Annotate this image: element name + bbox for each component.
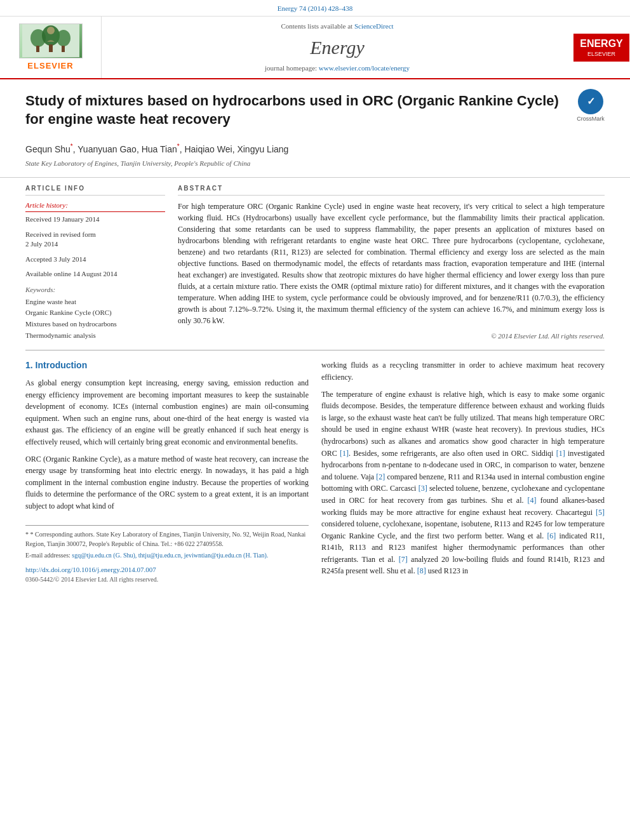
svg-rect-5 (49, 44, 53, 52)
email-links[interactable]: sgq@tju.edu.cn (G. Shu), thtju@tju.edu.c… (72, 552, 268, 559)
journal-title-area: Contents lists available at ScienceDirec… (102, 17, 573, 78)
affiliation-text: State Key Laboratory of Engines, Tianjin… (25, 159, 605, 168)
star-symbol: * (25, 531, 29, 538)
revised-value: Received in revised form2 July 2014 (25, 230, 165, 250)
intro-right-para-1: working fluids as a recycling transmitte… (321, 359, 605, 383)
abstract-header: ABSTRACT (178, 184, 605, 196)
ref-8[interactable]: [8] (417, 566, 426, 575)
crossmark-badge: ✓ CrossMark (577, 89, 605, 117)
authors-line: Gequn Shu*, Yuanyuan Gao, Hua Tian*, Hai… (25, 142, 605, 156)
intro-section-title: 1. Introduction (25, 359, 309, 372)
accepted-value: Accepted 3 July 2014 (25, 255, 165, 264)
publisher-logo-area: ELSEVIER (0, 17, 102, 78)
intro-left-text: As global energy consumption kept increa… (25, 377, 309, 512)
authors-text: Gequn Shu*, Yuanyuan Gao, Hua Tian*, Hai… (25, 144, 288, 154)
ref-6[interactable]: [6] (547, 531, 556, 540)
history-label: Article history: (25, 201, 165, 212)
page: Energy 74 (2014) 428–438 (0, 0, 630, 840)
energy-badge-area: ENERGY ELSEVIER (573, 17, 630, 78)
ref-4[interactable]: [4] (528, 496, 537, 505)
intro-right-text: working fluids as a recycling transmitte… (321, 359, 605, 577)
keyword-4: Thermodynamic analysis (25, 330, 165, 342)
received-value: Received 19 January 2014 (25, 215, 165, 224)
keywords-list: Engine waste heat Organic Rankine Cycle … (25, 297, 165, 341)
elsevier-tree-image (19, 23, 83, 58)
section-divider (25, 350, 605, 350)
homepage-url[interactable]: www.elsevier.com/locate/energy (319, 64, 410, 72)
footnote-section: * * Corresponding authors. State Key Lab… (25, 525, 309, 560)
article-info-abstract: ARTICLE INFO Article history: Received 1… (0, 177, 630, 341)
doi-section: http://dx.doi.org/10.1016/j.energy.2014.… (25, 560, 309, 575)
keyword-3: Mixtures based on hydrocarbons (25, 319, 165, 330)
ref-5[interactable]: [5] (596, 508, 605, 517)
crossmark-label: CrossMark (577, 115, 605, 123)
energy-badge-subtitle: ELSEVIER (580, 51, 623, 58)
ref-2[interactable]: [2] (376, 472, 385, 481)
ref-1[interactable]: [1] (340, 449, 349, 458)
journal-citation-bar: Energy 74 (2014) 428–438 (0, 0, 630, 17)
keyword-1: Engine waste heat (25, 297, 165, 308)
homepage-label: journal homepage: (265, 64, 317, 72)
article-title: Study of mixtures based on hydrocarbons … (25, 92, 570, 128)
issn-line: 0360-5442/© 2014 Elsevier Ltd. All right… (25, 575, 309, 584)
svg-rect-6 (62, 46, 65, 52)
svg-text:✓: ✓ (587, 96, 595, 107)
article-title-section: Study of mixtures based on hydrocarbons … (0, 79, 630, 168)
intro-right-column: working fluids as a recycling transmitte… (321, 359, 605, 583)
section-number: 1. (25, 360, 33, 370)
email-label: E-mail addresses: (25, 552, 70, 559)
journal-header: ELSEVIER Contents lists available at Sci… (0, 17, 630, 79)
sciencedirect-line: Contents lists available at ScienceDirec… (114, 22, 560, 31)
copyright-line: © 2014 Elsevier Ltd. All rights reserved… (178, 331, 605, 341)
available-value: Available online 14 August 2014 (25, 269, 165, 279)
elsevier-logo: ELSEVIER (19, 23, 83, 72)
intro-para-1: As global energy consumption kept increa… (25, 377, 309, 448)
abstract-text: For high temperature ORC (Organic Rankin… (178, 201, 605, 326)
ref-7[interactable]: [7] (399, 555, 408, 564)
article-history-block: Article history: Received 19 January 201… (25, 201, 165, 279)
introduction-section: 1. Introduction As global energy consump… (0, 359, 630, 583)
energy-badge: ENERGY ELSEVIER (573, 34, 629, 62)
footnote-star-note: * * Corresponding authors. State Key Lab… (25, 530, 309, 549)
footnote-text: * Corresponding authors. State Key Labor… (25, 531, 305, 547)
svg-rect-4 (36, 46, 39, 52)
intro-right-para-2: The temperature of engine exhaust is rel… (321, 389, 605, 578)
article-info-column: ARTICLE INFO Article history: Received 1… (25, 184, 165, 341)
crossmark-circle: ✓ (578, 89, 603, 114)
doi-link[interactable]: http://dx.doi.org/10.1016/j.energy.2014.… (25, 566, 156, 573)
journal-name: Energy (114, 34, 560, 61)
intro-para-2: ORC (Organic Rankine Cycle), as a mature… (25, 453, 309, 512)
svg-point-7 (47, 27, 55, 34)
section-title-text: Introduction (36, 360, 88, 370)
abstract-column: ABSTRACT For high temperature ORC (Organ… (178, 184, 605, 341)
intro-left-column: 1. Introduction As global energy consump… (25, 359, 309, 583)
ref-3[interactable]: [3] (419, 484, 427, 493)
journal-citation: Energy 74 (2014) 428–438 (278, 4, 353, 12)
homepage-line: journal homepage: www.elsevier.com/locat… (114, 63, 560, 73)
issn-text: 0360-5442/© 2014 Elsevier Ltd. All right… (25, 576, 158, 583)
svg-point-3 (57, 30, 70, 46)
keywords-label: Keywords: (25, 285, 165, 295)
contents-label: Contents lists available at (281, 22, 352, 30)
ref-1b[interactable]: [1] (556, 449, 565, 458)
elsevier-text: ELSEVIER (27, 60, 73, 72)
sciencedirect-link[interactable]: ScienceDirect (354, 22, 394, 30)
article-info-header: ARTICLE INFO (25, 184, 165, 196)
footnote-email-line: E-mail addresses: sgq@tju.edu.cn (G. Shu… (25, 550, 309, 560)
keyword-2: Organic Rankine Cycle (ORC) (25, 307, 165, 319)
energy-badge-text: ENERGY (580, 37, 623, 50)
